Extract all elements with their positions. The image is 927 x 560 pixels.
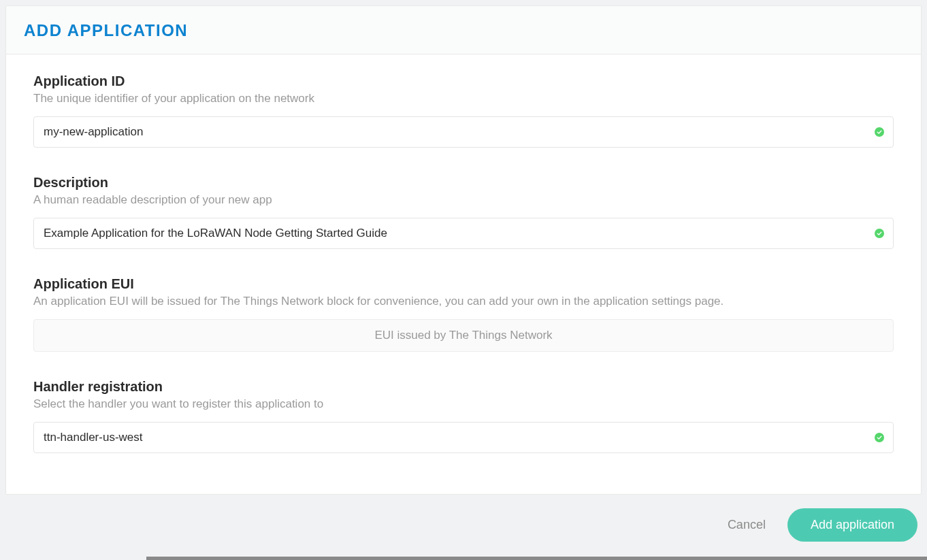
action-bar: Cancel Add application [5,495,922,548]
field-application-eui: Application EUI An application EUI will … [33,276,894,352]
application-id-help: The unique identifier of your applicatio… [33,92,894,105]
field-application-id: Application ID The unique identifier of … [33,73,894,148]
handler-select[interactable] [33,422,894,453]
cancel-button[interactable]: Cancel [725,511,768,539]
application-eui-static: EUI issued by The Things Network [33,319,894,352]
application-eui-label: Application EUI [33,276,894,292]
footer-divider [146,557,927,560]
handler-input-wrap [33,422,894,453]
add-application-panel: ADD APPLICATION Application ID The uniqu… [5,5,922,495]
application-id-input[interactable] [33,116,894,148]
handler-label: Handler registration [33,379,894,395]
application-id-input-wrap [33,116,894,148]
description-label: Description [33,175,894,191]
check-circle-icon [875,433,884,442]
application-eui-static-text: EUI issued by The Things Network [374,329,552,342]
field-description: Description A human readable description… [33,175,894,249]
application-id-label: Application ID [33,73,894,89]
field-handler: Handler registration Select the handler … [33,379,894,453]
description-input[interactable] [33,218,894,249]
description-input-wrap [33,218,894,249]
description-help: A human readable description of your new… [33,193,894,207]
add-application-button[interactable]: Add application [787,508,917,542]
check-circle-icon [875,127,884,137]
check-circle-icon [875,229,884,238]
panel-title: ADD APPLICATION [24,21,903,40]
panel-body: Application ID The unique identifier of … [6,54,921,494]
panel-header: ADD APPLICATION [6,6,921,54]
application-eui-help: An application EUI will be issued for Th… [33,295,894,308]
handler-help: Select the handler you want to register … [33,397,894,411]
